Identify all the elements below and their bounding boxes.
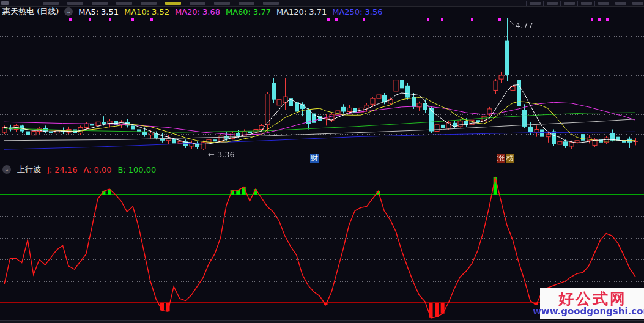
- period-tab[interactable]: [239, 2, 254, 5]
- event-tag[interactable]: 涨: [497, 154, 505, 163]
- chevron-down-icon[interactable]: ⌄: [2, 165, 11, 174]
- period-tab[interactable]: [116, 2, 132, 5]
- toolbar-item[interactable]: [632, 2, 643, 5]
- toolbar-item[interactable]: [615, 2, 626, 5]
- ma-value: MA60:3.77: [226, 7, 271, 17]
- toolbar-separator: [526, 1, 527, 6]
- period-tab[interactable]: [43, 2, 59, 5]
- period-tab[interactable]: [165, 2, 181, 5]
- period-tab[interactable]: [141, 2, 157, 5]
- period-tab[interactable]: [263, 2, 279, 5]
- toolbar-item[interactable]: [598, 2, 609, 5]
- indicator-readout: J:24.16A:0.00B:100.00: [47, 165, 156, 174]
- period-tab[interactable]: [214, 2, 230, 5]
- bottom-frame: [0, 320, 644, 323]
- period-tab[interactable]: [92, 2, 108, 5]
- ma-value: MA20:3.68: [175, 7, 220, 17]
- watermark-url: www.goodgongshi.com: [533, 307, 644, 317]
- chevron-down-icon[interactable]: ⌄: [64, 7, 73, 16]
- indicator-value: J:24.16: [47, 165, 77, 174]
- toolbar-separator: [629, 1, 629, 6]
- toolbar-item[interactable]: [530, 2, 541, 5]
- period-tab[interactable]: [190, 2, 205, 5]
- toolbar-item[interactable]: [547, 2, 558, 5]
- toolbar-separator: [543, 1, 544, 6]
- indicator-header: ⌄ 上行波 J:24.16A:0.00B:100.00: [0, 164, 644, 175]
- event-tag[interactable]: 财: [310, 154, 319, 163]
- toolbar-separator: [577, 1, 578, 6]
- toolbar-separator: [594, 1, 595, 6]
- toolbar-separator: [612, 1, 612, 6]
- event-tag[interactable]: 榜: [506, 154, 514, 163]
- indicator-value: A:0.00: [83, 165, 111, 174]
- ma-readout: MA5:3.51MA10:3.52MA20:3.68MA60:3.77MA120…: [78, 7, 382, 17]
- toolbar-item[interactable]: [564, 2, 575, 5]
- symbol-title: 惠天热电 (日线): [2, 6, 59, 17]
- candlestick-chart[interactable]: [0, 17, 644, 164]
- toolbar-item[interactable]: [581, 2, 592, 5]
- watermark-title: 好公式网: [558, 291, 627, 307]
- ma-value: MA250:3.56: [332, 7, 382, 17]
- ma-value: MA120:3.71: [276, 7, 327, 17]
- chart-title-bar: 惠天热电 (日线) ⌄ MA5:3.51MA10:3.52MA20:3.68MA…: [0, 6, 644, 17]
- toolbar-separator: [560, 1, 561, 6]
- period-tab[interactable]: [67, 2, 83, 5]
- ma-value: MA10:3.52: [124, 7, 169, 17]
- indicator-value: B:100.00: [117, 165, 156, 174]
- watermark-logo: 好公式网 www.goodgongshi.com: [540, 288, 644, 319]
- menu-icon[interactable]: [1, 1, 9, 5]
- indicator-name: 上行波: [17, 164, 41, 175]
- ma-value: MA5:3.51: [78, 7, 119, 17]
